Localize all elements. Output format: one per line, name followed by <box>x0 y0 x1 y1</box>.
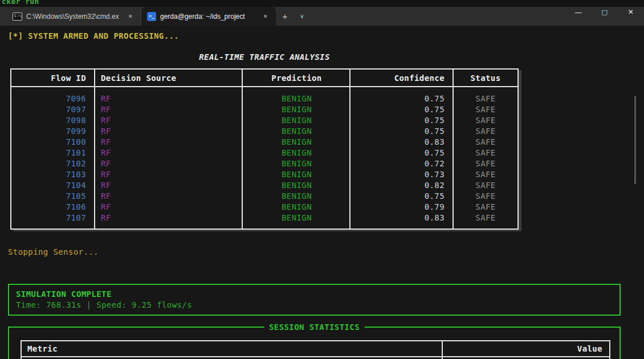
scrollbar-thumb[interactable] <box>634 96 636 184</box>
cell-prediction: BENIGN <box>243 126 350 137</box>
table-row: 7096 RF BENIGN 0.75 SAFE <box>11 93 517 104</box>
cell-confidence: 0.73 <box>350 169 454 180</box>
cell-status: SAFE <box>454 202 517 213</box>
session-statistics-header: Metric Value <box>22 341 609 357</box>
simulation-details: Time: 768.31s | Speed: 9.25 flows/s <box>16 300 613 311</box>
cell-prediction: BENIGN <box>243 148 350 158</box>
session-statistics-table: Metric Value <box>21 340 610 359</box>
cell-decision-source: RF <box>95 115 243 126</box>
table-row: 7103 RF BENIGN 0.73 SAFE <box>11 169 517 180</box>
tab-cmd[interactable]: C:\ C:\Windows\System32\cmd.ex ✕ <box>7 7 141 26</box>
analysis-title: REAL-TIME TRAFFIC ANALYSIS <box>10 52 519 63</box>
traffic-table-header: Flow ID Decision Source Prediction Confi… <box>11 70 517 87</box>
cell-prediction: BENIGN <box>243 180 350 191</box>
header-confidence: Confidence <box>350 70 454 86</box>
cell-decision-source: RF <box>95 202 243 213</box>
powershell-icon: >_ <box>147 12 156 21</box>
new-tab-button[interactable]: + <box>276 11 294 21</box>
cell-decision-source: RF <box>95 148 243 158</box>
cell-decision-source: RF <box>95 213 243 223</box>
tab-cmd-close-icon[interactable]: ✕ <box>125 11 136 21</box>
table-row: 7097 RF BENIGN 0.75 SAFE <box>11 104 517 115</box>
cell-confidence: 0.72 <box>350 158 454 169</box>
stopping-sensor-line: Stopping Sensor... <box>8 247 99 258</box>
cell-decision-source: RF <box>95 126 243 137</box>
cell-confidence: 0.75 <box>350 191 454 202</box>
cell-flow-id: 7101 <box>11 148 95 158</box>
close-button[interactable]: ✕ <box>618 0 644 24</box>
cell-prediction: BENIGN <box>243 213 350 223</box>
cell-prediction: BENIGN <box>243 191 350 202</box>
session-statistics-box: SESSION STATISTICS Metric Value <box>8 327 621 359</box>
cell-flow-id: 7099 <box>11 126 95 137</box>
cell-confidence: 0.83 <box>350 137 454 148</box>
column-divider <box>442 341 443 359</box>
table-row: 7107 RF BENIGN 0.83 SAFE <box>11 213 517 223</box>
cell-flow-id: 7107 <box>11 213 95 223</box>
cell-decision-source: RF <box>95 137 243 148</box>
cell-status: SAFE <box>454 158 517 169</box>
cell-decision-source: RF <box>95 104 243 115</box>
table-row: 7100 RF BENIGN 0.83 SAFE <box>11 137 517 148</box>
tab-dropdown-icon[interactable]: ∨ <box>294 13 310 19</box>
maximize-button[interactable]: □ <box>592 0 618 24</box>
cell-flow-id: 7106 <box>11 202 95 213</box>
armed-status-line: [*] SYSTEM ARMED AND PROCESSING... <box>8 31 179 42</box>
tab-cmd-title: C:\Windows\System32\cmd.ex <box>26 13 121 21</box>
cell-prediction: BENIGN <box>243 93 350 104</box>
cell-status: SAFE <box>454 213 517 223</box>
cell-confidence: 0.75 <box>350 148 454 158</box>
window-controls: — □ ✕ <box>565 0 644 24</box>
cell-status: SAFE <box>454 126 517 137</box>
cell-prediction: BENIGN <box>243 202 350 213</box>
cell-prediction: BENIGN <box>243 158 350 169</box>
cell-status: SAFE <box>454 148 517 158</box>
title-bar: C:\ C:\Windows\System32\cmd.ex ✕ >_ gerd… <box>0 7 644 26</box>
header-status: Status <box>454 70 517 86</box>
cell-flow-id: 7100 <box>11 137 95 148</box>
session-statistics-title: SESSION STATISTICS <box>264 322 365 333</box>
cell-flow-id: 7105 <box>11 191 95 202</box>
cell-status: SAFE <box>454 104 517 115</box>
cell-status: SAFE <box>454 137 517 148</box>
header-metric: Metric <box>22 341 443 356</box>
cell-decision-source: RF <box>95 191 243 202</box>
cell-status: SAFE <box>454 180 517 191</box>
cell-confidence: 0.79 <box>350 202 454 213</box>
cell-status: SAFE <box>454 93 517 104</box>
tab-ids-project-close-icon[interactable]: ✕ <box>260 11 271 21</box>
cmd-icon: C:\ <box>13 13 22 21</box>
header-decision-source: Decision Source <box>95 70 243 86</box>
header-flow-id: Flow ID <box>11 70 95 86</box>
header-prediction: Prediction <box>243 70 350 86</box>
minimize-button[interactable]: — <box>565 0 592 24</box>
cell-flow-id: 7097 <box>11 104 95 115</box>
cell-decision-source: RF <box>95 93 243 104</box>
desktop-backdrop: cker run <box>0 0 644 7</box>
cell-confidence: 0.82 <box>350 180 454 191</box>
cell-flow-id: 7104 <box>11 180 95 191</box>
traffic-table: Flow ID Decision Source Prediction Confi… <box>10 68 519 230</box>
tab-ids-project-title: gerda@gerda: ~/ids_project <box>160 13 256 21</box>
cell-prediction: BENIGN <box>243 104 350 115</box>
table-row: 7104 RF BENIGN 0.82 SAFE <box>11 180 517 191</box>
cell-confidence: 0.75 <box>350 115 454 126</box>
traffic-table-body: 7096 RF BENIGN 0.75 SAFE 7097 RF BENIGN … <box>11 87 517 223</box>
cell-confidence: 0.75 <box>350 104 454 115</box>
cell-decision-source: RF <box>95 180 243 191</box>
tabbar-spacer <box>0 7 7 26</box>
table-row: 7098 RF BENIGN 0.75 SAFE <box>11 115 517 126</box>
cell-status: SAFE <box>454 191 517 202</box>
cell-flow-id: 7098 <box>11 115 95 126</box>
background-window-text: cker run <box>2 0 39 6</box>
tab-ids-project[interactable]: >_ gerda@gerda: ~/ids_project ✕ <box>141 7 276 26</box>
simulation-complete-box: SIMULATION COMPLETE Time: 768.31s | Spee… <box>8 284 621 316</box>
column-divider <box>242 70 243 229</box>
table-row: 7101 RF BENIGN 0.75 SAFE <box>11 148 517 158</box>
column-divider <box>453 70 454 229</box>
tabbar-actions: + ∨ <box>276 7 310 26</box>
table-row: 7105 RF BENIGN 0.75 SAFE <box>11 191 517 202</box>
table-row: 7102 RF BENIGN 0.72 SAFE <box>11 158 517 169</box>
header-value: Value <box>443 341 609 356</box>
cell-flow-id: 7103 <box>11 169 95 180</box>
